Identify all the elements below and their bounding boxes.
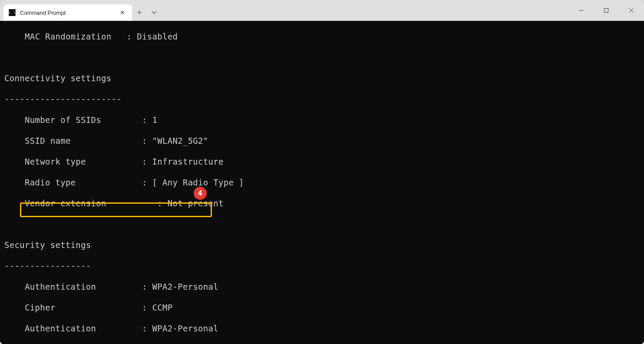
output-line: Authentication : WPA2-Personal <box>4 281 640 292</box>
section-underline: ----------------------- <box>4 94 640 104</box>
window: C:\ Command Prompt ✕ + MAC Randomization… <box>0 0 644 344</box>
output-line: Radio type : [ Any Radio Type ] <box>4 177 640 188</box>
output-line: Vendor extension : Not present <box>4 198 640 208</box>
output-line: MAC Randomization : Disabled <box>4 31 640 42</box>
close-window-button[interactable] <box>619 0 644 21</box>
command-prompt-icon: C:\ <box>9 9 16 16</box>
maximize-button[interactable] <box>594 0 619 21</box>
section-header-connectivity: Connectivity settings <box>4 73 640 83</box>
titlebar: C:\ Command Prompt ✕ + <box>0 0 644 21</box>
tabs-dropdown-button[interactable] <box>147 4 162 21</box>
minimize-button[interactable] <box>568 0 594 21</box>
output-line: Cipher : CCMP <box>4 302 640 313</box>
svg-rect-1 <box>604 9 608 13</box>
window-controls <box>568 0 644 21</box>
new-tab-button[interactable]: + <box>132 4 147 21</box>
output-line: Authentication : WPA2-Personal <box>4 323 640 334</box>
tab-command-prompt[interactable]: C:\ Command Prompt ✕ <box>3 4 132 21</box>
annotation-badge: 4 <box>194 187 207 200</box>
output-line: Network type : Infrastructure <box>4 156 640 167</box>
terminal-output[interactable]: MAC Randomization : Disabled Connectivit… <box>0 21 644 344</box>
section-underline: ----------------- <box>4 261 640 271</box>
section-header-security: Security settings <box>4 240 640 250</box>
output-line: Number of SSIDs : 1 <box>4 115 640 125</box>
close-tab-button[interactable]: ✕ <box>118 9 127 16</box>
tab-title: Command Prompt <box>20 10 114 16</box>
output-line: SSID name : "WLAN2_5G2" <box>4 136 640 146</box>
